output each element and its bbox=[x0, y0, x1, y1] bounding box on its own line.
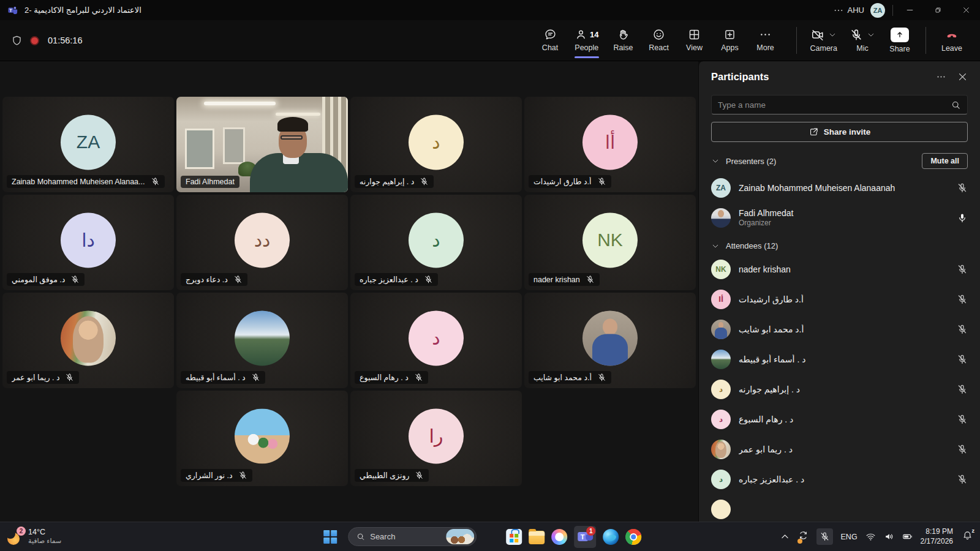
mic-off-icon[interactable] bbox=[957, 264, 968, 275]
raise-icon-group bbox=[617, 28, 630, 41]
user-avatar[interactable]: ZA bbox=[870, 3, 885, 18]
presenters-section-header[interactable]: Presenters (2) Mute all bbox=[699, 144, 980, 173]
panel-more-icon[interactable] bbox=[936, 72, 946, 82]
meeting-toolbar: 01:56:16 Chat14PeopleRaiseReactViewAppsM… bbox=[0, 20, 980, 61]
video-tile[interactable]: رارونزى الطبيطي bbox=[350, 391, 522, 486]
participant-name-tag: Zainab Mohammed Muheisen Alanaa... bbox=[7, 175, 165, 188]
video-tile[interactable]: داد. موفق المومني bbox=[2, 195, 174, 290]
video-tile[interactable]: دد . رهام السبوع bbox=[350, 293, 522, 388]
raise-icon bbox=[617, 28, 630, 41]
apps-icon-group bbox=[723, 28, 736, 41]
participant-row[interactable]: دد . رهام السبوع bbox=[699, 404, 980, 434]
participant-row[interactable]: NKnader krishan bbox=[699, 254, 980, 284]
language-indicator[interactable]: ENG bbox=[841, 533, 858, 541]
weather-widget[interactable]: 2 14°C سماء صافية bbox=[7, 528, 142, 545]
minimize-button[interactable] bbox=[895, 0, 924, 20]
tab-raise[interactable]: Raise bbox=[608, 24, 639, 57]
video-tile[interactable]: د . أسماء أبو قبيطه bbox=[176, 293, 348, 388]
attendees-section-header[interactable]: Attendees (12) bbox=[699, 233, 980, 254]
camera-options-chevron-icon[interactable] bbox=[828, 31, 837, 39]
restore-button[interactable] bbox=[924, 0, 952, 20]
participant-row[interactable]: دد . عبدالعزيز جباره bbox=[699, 464, 980, 494]
participant-info: أ.د طارق ارشيدات bbox=[739, 294, 804, 304]
camera-icon-group bbox=[811, 28, 837, 42]
camera-button[interactable]: Camera bbox=[805, 26, 842, 55]
participant-search-input[interactable] bbox=[718, 100, 951, 110]
participant-row[interactable]: أاأ.د طارق ارشيدات bbox=[699, 284, 980, 314]
weather-temperature: 14°C bbox=[28, 528, 61, 537]
participant-row[interactable]: د . أسماء أبو قبيطه bbox=[699, 344, 980, 374]
participant-name: د. موفق المومني bbox=[12, 275, 65, 284]
participant-row[interactable]: د . ريما ابو عمر bbox=[699, 434, 980, 464]
taskbar-clock[interactable]: 8:19 PM 2/17/2026 bbox=[921, 527, 953, 546]
mic-options-chevron-icon[interactable] bbox=[867, 31, 875, 39]
camera-button-label: Camera bbox=[810, 44, 837, 53]
video-tile[interactable]: ZAZainab Mohammed Muheisen Alanaa... bbox=[2, 97, 174, 192]
video-tile[interactable]: ددد. دعاء دويرج bbox=[176, 195, 348, 290]
participant-name: Zainab Mohammed Muheisen Alanaa... bbox=[12, 178, 145, 186]
mic-off-icon[interactable] bbox=[957, 384, 968, 395]
sync-status-icon[interactable] bbox=[798, 530, 809, 543]
wifi-icon[interactable] bbox=[865, 531, 876, 542]
leave-button[interactable]: Leave bbox=[935, 26, 969, 55]
mute-all-button[interactable]: Mute all bbox=[922, 153, 968, 169]
taskbar-app-task-view-icon[interactable] bbox=[483, 529, 499, 545]
titlebar-more-icon[interactable] bbox=[833, 5, 844, 16]
tab-more[interactable]: More bbox=[750, 24, 782, 57]
close-button[interactable] bbox=[952, 0, 980, 20]
video-tile[interactable]: دد . إبراهيم جوارنه bbox=[350, 97, 522, 192]
taskbar-app-store-icon[interactable] bbox=[506, 529, 522, 545]
mic-off-icon[interactable] bbox=[957, 444, 968, 455]
start-button[interactable] bbox=[319, 526, 341, 548]
speaker-icon[interactable] bbox=[884, 531, 894, 542]
tray-mic-muted-icon[interactable] bbox=[816, 528, 833, 545]
share-invite-button[interactable]: Share invite bbox=[711, 122, 968, 142]
taskbar-app-chrome-icon[interactable] bbox=[625, 529, 641, 545]
video-tile[interactable]: أاأ.د طارق ارشيدات bbox=[524, 97, 696, 192]
share-button[interactable]: Share bbox=[883, 25, 917, 56]
leave-button-label: Leave bbox=[941, 44, 962, 53]
video-tile[interactable]: NKnader krishan bbox=[524, 195, 696, 290]
tab-apps[interactable]: Apps bbox=[714, 24, 746, 57]
participant-row[interactable]: ZAZainab Mohammed Muheisen Alanaanah bbox=[699, 173, 980, 203]
notifications-bell-icon[interactable]: z bbox=[962, 530, 973, 543]
mic-off-icon[interactable] bbox=[957, 182, 968, 193]
tray-overflow-chevron-icon[interactable] bbox=[780, 531, 790, 542]
mic-off-icon[interactable] bbox=[957, 414, 968, 425]
video-tile[interactable]: د . ريما ابو عمر bbox=[2, 293, 174, 388]
taskbar-app-explorer-icon[interactable] bbox=[529, 531, 545, 544]
participant-row[interactable]: دد . إبراهيم جوارنه bbox=[699, 374, 980, 404]
taskbar-app-teams-icon[interactable]: 1 bbox=[574, 526, 596, 548]
participant-search[interactable] bbox=[711, 95, 968, 114]
tab-chat-label: Chat bbox=[542, 43, 558, 52]
mic-off-icon[interactable] bbox=[957, 354, 968, 365]
video-tile[interactable]: Fadi Alhmedat bbox=[176, 97, 348, 192]
tab-people[interactable]: 14People bbox=[570, 24, 603, 57]
participant-name-tag: د . عبدالعزيز جباره bbox=[355, 273, 438, 286]
video-tile[interactable]: أ.د محمد ابو شايب bbox=[524, 293, 696, 388]
video-tile[interactable]: د. نور الشراري bbox=[176, 391, 348, 486]
panel-close-icon[interactable] bbox=[957, 72, 968, 82]
teams-meeting-window: الاعتماد الاردني للبرامج الاكاديمية -2 A… bbox=[0, 0, 980, 551]
taskbar-app-edge-icon[interactable] bbox=[603, 529, 619, 545]
battery-icon[interactable] bbox=[902, 531, 913, 542]
mic-off-icon[interactable] bbox=[957, 474, 968, 485]
tab-react[interactable]: React bbox=[643, 24, 675, 57]
participant-row[interactable]: أ.د محمد ابو شايب bbox=[699, 314, 980, 344]
participant-row[interactable]: Fadi AlhmedatOrganizer bbox=[699, 203, 980, 233]
react-icon-group bbox=[652, 28, 665, 41]
participant-info: nader krishan bbox=[739, 264, 791, 274]
mic-off-icon[interactable] bbox=[957, 294, 968, 305]
tab-view[interactable]: View bbox=[679, 24, 710, 57]
video-tile[interactable]: دد . عبدالعزيز جباره bbox=[350, 195, 522, 290]
mic-button[interactable]: Mic bbox=[845, 26, 880, 55]
mic-on-icon[interactable] bbox=[957, 212, 968, 223]
taskbar-search[interactable]: Search bbox=[348, 527, 477, 546]
share-invite-icon bbox=[809, 127, 819, 137]
titlebar: الاعتماد الاردني للبرامج الاكاديمية -2 A… bbox=[0, 0, 980, 20]
taskbar-app-copilot-icon[interactable] bbox=[551, 529, 567, 545]
participant-name-tag: رونزى الطبيطي bbox=[355, 469, 429, 482]
tab-chat[interactable]: Chat bbox=[534, 24, 566, 57]
mic-off-icon[interactable] bbox=[957, 324, 968, 335]
share-invite-label: Share invite bbox=[824, 127, 871, 137]
